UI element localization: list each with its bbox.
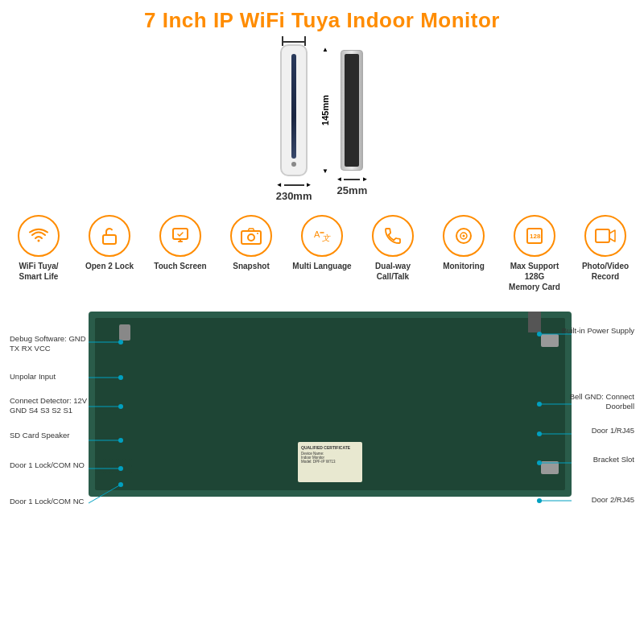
label-lock-nc: Door 1 Lock/COM NC [10,497,84,506]
feature-call-label: Dual-wayCall/Talk [375,261,411,282]
arrow-right-tip: ► [306,181,312,188]
arrow-left-tip: ◄ [276,181,283,188]
depth-right-tip: ► [361,175,368,183]
monitor-side [341,50,363,171]
pcb-rj45-1 [541,334,559,347]
monitor-side-inner [345,54,359,167]
pcb-speaker-holes [103,458,132,474]
label-debug: Debug Software: GND TX RX VCC [10,334,90,354]
speaker-hole [129,458,132,461]
page-title: 7 Inch IP WiFi Tuya Indoor Monitor [0,0,644,38]
snapshot-icon [230,215,272,257]
speaker-hole [109,458,113,461]
feature-touch-label: Touch Screen [154,261,206,271]
language-icon: A 文 [301,215,343,257]
speaker-hole [122,464,126,468]
feature-memory: 128 Max Support 128GMemory Card [504,215,565,292]
height-label: 145mm [320,95,330,126]
speaker-hole [103,471,106,474]
depth-arrow: ◄ ► 25mm [336,175,368,196]
width-arrow: ◄ ► 230mm [276,181,312,202]
feature-touch: Touch Screen [150,215,211,271]
touch-icon [159,215,201,257]
label-detector: Connect Detector: 12V GND S4 S3 S2 S1 [10,396,90,416]
depth-line [344,179,360,180]
pcb-certificate: QUALIFIED CERTIFICATE Device Name:Indoor… [298,442,362,482]
feature-monitor: Monitoring [433,215,494,271]
monitor-icon [443,215,485,257]
label-bell: Bell GND: Connect Doorbell [554,392,634,412]
top-bracket-right [304,36,306,46]
speaker-hole [116,458,119,461]
svg-rect-0 [103,235,116,244]
svg-point-4 [257,233,258,234]
arrow-tip-up: ▲ [322,46,328,53]
video-icon [584,215,626,257]
svg-rect-1 [173,229,188,239]
speaker-hole [109,471,113,474]
call-icon [372,215,414,257]
feature-language: A 文 Multi Language [291,215,353,271]
feature-language-label: Multi Language [292,261,351,271]
pcb-inner: QUALIFIED CERTIFICATE Device Name:Indoor… [95,318,565,490]
svg-point-9 [463,235,465,237]
top-bracket-line [282,41,306,43]
feature-memory-label: Max Support 128GMemory Card [504,261,565,292]
label-power: Built-in Power Supply [562,326,634,336]
svg-text:文: 文 [322,233,331,242]
pcb-power-connector [528,312,541,332]
svg-text:A: A [314,229,320,239]
depth-label: 25mm [336,184,368,196]
speaker-hole [116,464,119,468]
dimensions-section: ▣📶🔋 09:28 2024/04/27 👤 🔔 ⚙ ▲ 145mm ▼ [0,38,644,208]
speaker-hole [103,464,106,468]
depth-arrow-h: ◄ ► [336,175,368,183]
feature-lock-label: Open 2 Lock [85,261,134,271]
label-lock-no: Door 1 Lock/COM NO [10,460,85,470]
speaker-hole [129,464,132,468]
label-sd-speaker: SD Card Speaker [10,431,69,440]
speaker-hole [116,471,119,474]
feature-snapshot: Snapshot [221,215,282,271]
speaker-hole [109,464,113,468]
arrow-h-line [284,184,304,186]
pcb-board: QUALIFIED CERTIFICATE Device Name:Indoor… [89,312,572,497]
svg-point-34 [537,498,542,503]
wifi-icon [18,215,60,257]
features-section: WiFi Tuya/Smart Life Open 2 Lock Touch S… [0,208,644,295]
lock-icon [89,215,130,257]
feature-snapshot-label: Snapshot [233,261,270,271]
monitor-screen: ▣📶🔋 09:28 2024/04/27 👤 🔔 ⚙ [291,54,296,159]
dim-arrow-horizontal: ◄ ► [276,181,312,188]
svg-point-3 [248,234,254,241]
width-label: 230mm [276,190,312,202]
label-door1-rj45: Door 1/RJ45 [592,426,634,436]
pcb-rj45-2 [541,461,559,474]
feature-call: Dual-wayCall/Talk [362,215,423,282]
memory-icon: 128 [514,215,555,257]
pcb-connector-top [119,324,130,341]
speaker-hole [122,458,126,461]
feature-monitor-label: Monitoring [443,261,485,271]
feature-wifi-label: WiFi Tuya/Smart Life [19,261,58,282]
svg-text:128: 128 [530,233,541,240]
monitor-dot [291,162,296,167]
speaker-hole [122,471,126,474]
feature-wifi: WiFi Tuya/Smart Life [8,215,69,282]
label-door2-rj45: Door 2/RJ45 [592,495,634,505]
side-monitor-wrapper: ◄ ► 25mm [336,50,368,196]
svg-rect-12 [596,229,609,242]
arrow-tip-down: ▼ [322,167,328,175]
speaker-hole [129,471,132,474]
speaker-hole [103,458,106,461]
monitor-front: ▣📶🔋 09:28 2024/04/27 👤 🔔 ⚙ ▲ 145mm ▼ [280,44,308,176]
feature-lock: Open 2 Lock [79,215,140,271]
feature-video-label: Photo/VideoRecord [582,261,629,282]
depth-left-tip: ◄ [336,175,342,183]
top-bracket-left [282,36,283,46]
label-bracket: Bracket Slot [593,455,634,464]
label-unpolar: Unpolar Input [10,372,56,382]
pcb-section: QUALIFIED CERTIFICATE Device Name:Indoor… [8,295,636,505]
feature-video: Photo/VideoRecord [575,215,636,282]
